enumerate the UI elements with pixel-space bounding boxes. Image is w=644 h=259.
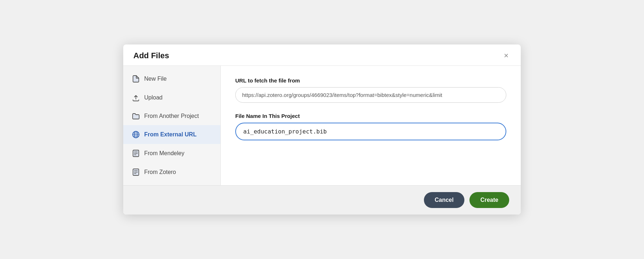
main-panel: URL to fetch the file from File Name In … <box>221 66 521 185</box>
upload-icon <box>132 94 140 101</box>
sidebar-item-from-another-project[interactable]: From Another Project <box>123 107 220 125</box>
sidebar-item-from-external-url[interactable]: From External URL <box>123 125 220 144</box>
modal-footer: Cancel Create <box>123 185 521 215</box>
zotero-icon <box>132 169 140 176</box>
url-field-label: URL to fetch the file from <box>235 77 506 84</box>
modal-body: New File Upload From <box>123 66 521 185</box>
sidebar-item-upload[interactable]: Upload <box>123 88 220 107</box>
modal-header: Add Files × <box>123 44 521 66</box>
sidebar-item-from-zotero-label: From Zotero <box>144 169 176 175</box>
filename-field-group: File Name In This Project <box>235 113 506 140</box>
modal-title: Add Files <box>133 51 169 60</box>
filename-field-label: File Name In This Project <box>235 113 506 119</box>
sidebar: New File Upload From <box>123 66 221 185</box>
new-file-icon <box>132 75 140 82</box>
create-button[interactable]: Create <box>469 192 509 208</box>
sidebar-item-from-mendeley-label: From Mendeley <box>144 150 184 157</box>
sidebar-item-new-file[interactable]: New File <box>123 69 220 88</box>
filename-input[interactable] <box>235 123 506 140</box>
folder-icon <box>132 113 140 119</box>
mendeley-icon <box>132 150 140 157</box>
url-input[interactable] <box>235 87 506 103</box>
sidebar-item-new-file-label: New File <box>144 76 167 82</box>
add-files-modal: Add Files × New File <box>123 44 521 215</box>
cancel-button[interactable]: Cancel <box>424 192 464 208</box>
close-button[interactable]: × <box>502 51 511 60</box>
sidebar-item-upload-label: Upload <box>144 94 163 101</box>
url-field-group: URL to fetch the file from <box>235 77 506 103</box>
sidebar-item-from-zotero[interactable]: From Zotero <box>123 163 220 182</box>
sidebar-item-from-external-url-label: From External URL <box>144 131 197 138</box>
globe-icon <box>132 131 140 138</box>
sidebar-item-from-mendeley[interactable]: From Mendeley <box>123 144 220 163</box>
sidebar-item-from-another-project-label: From Another Project <box>144 113 199 119</box>
